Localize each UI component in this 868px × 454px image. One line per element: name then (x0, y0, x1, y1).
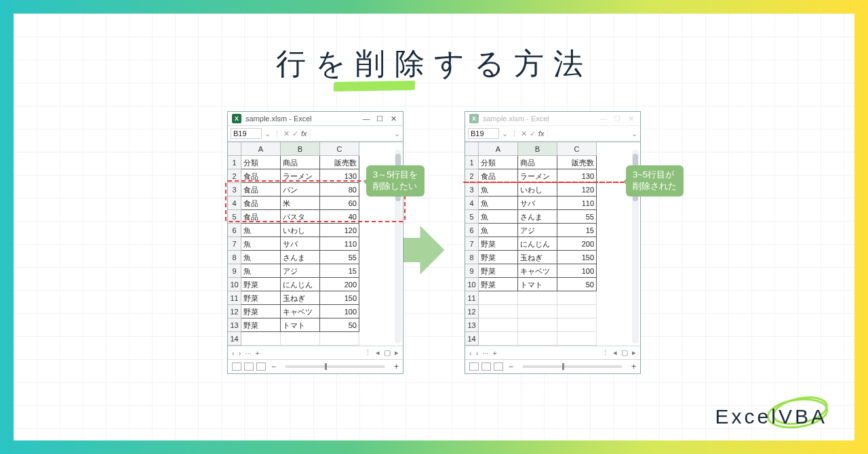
dropdown-icon[interactable]: ⌄ (264, 129, 271, 138)
name-box[interactable]: B19 (468, 128, 499, 139)
dropdown-icon[interactable]: ⌄ (502, 129, 508, 138)
cell[interactable]: 野菜 (479, 251, 518, 264)
cell[interactable]: 商品 (518, 156, 557, 169)
cell[interactable]: 玉ねぎ (518, 251, 557, 264)
cell[interactable]: アジ (281, 264, 320, 278)
cell[interactable]: 魚 (241, 264, 281, 278)
row-header[interactable]: 7 (228, 237, 241, 251)
cell[interactable]: 分類 (241, 156, 281, 169)
cell[interactable]: 55 (557, 210, 597, 224)
cell[interactable]: にんじん (281, 278, 320, 291)
cell[interactable]: 食品 (241, 210, 281, 224)
cell[interactable]: 魚 (479, 224, 518, 237)
maximize-icon[interactable]: ☐ (612, 115, 623, 123)
column-header[interactable]: C (557, 142, 597, 156)
cell[interactable]: いわし (518, 183, 557, 197)
cell[interactable] (479, 291, 518, 305)
row-header[interactable]: 11 (465, 291, 479, 305)
column-header[interactable] (228, 142, 241, 156)
cell[interactable]: 魚 (241, 224, 281, 237)
cell[interactable]: 野菜 (479, 264, 518, 278)
cell[interactable]: 130 (320, 169, 359, 183)
row-header[interactable]: 6 (465, 224, 479, 237)
row-header[interactable]: 13 (465, 318, 479, 332)
cell[interactable]: 100 (320, 305, 359, 318)
cell[interactable]: ラーメン (518, 169, 557, 183)
zoom-slider[interactable] (285, 365, 384, 368)
cell[interactable]: 魚 (479, 183, 518, 197)
row-header[interactable]: 13 (228, 318, 241, 332)
cell[interactable]: 150 (557, 251, 597, 264)
cell[interactable]: 200 (557, 237, 597, 251)
column-header[interactable]: A (479, 142, 518, 156)
cell[interactable]: 100 (557, 264, 597, 278)
cell[interactable]: キャベツ (281, 305, 320, 318)
row-header[interactable]: 8 (465, 251, 479, 264)
cell[interactable]: ラーメン (281, 169, 320, 183)
row-header[interactable]: 1 (465, 156, 479, 169)
cell[interactable] (518, 332, 557, 346)
row-header[interactable]: 1 (228, 156, 241, 169)
cell[interactable]: トマト (281, 318, 320, 332)
cell[interactable] (320, 332, 359, 346)
row-header[interactable]: 3 (465, 183, 479, 197)
row-header[interactable]: 9 (228, 264, 241, 278)
maximize-icon[interactable]: ☐ (374, 115, 385, 123)
column-header[interactable] (465, 142, 479, 156)
cell[interactable] (281, 332, 320, 346)
cell[interactable]: 魚 (241, 237, 281, 251)
cell[interactable] (557, 291, 597, 305)
cell[interactable]: 販売数 (557, 156, 597, 169)
cell[interactable]: 野菜 (479, 278, 518, 291)
cell[interactable]: 130 (557, 169, 597, 183)
cell[interactable]: 55 (320, 251, 359, 264)
row-header[interactable]: 10 (228, 278, 241, 291)
cell[interactable] (518, 305, 557, 318)
cell[interactable]: 分類 (479, 156, 518, 169)
row-header[interactable]: 14 (465, 332, 479, 346)
cell[interactable]: 120 (320, 224, 359, 237)
row-header[interactable]: 4 (228, 197, 241, 210)
zoom-slider[interactable] (523, 365, 622, 368)
cell[interactable]: 110 (557, 197, 597, 210)
formula-input[interactable] (547, 129, 629, 138)
cell[interactable] (557, 332, 597, 346)
cell[interactable]: 食品 (241, 197, 281, 210)
cell[interactable]: 15 (320, 264, 359, 278)
cell[interactable]: 60 (320, 197, 359, 210)
cell[interactable]: 50 (557, 278, 597, 291)
cell[interactable]: 玉ねぎ (281, 291, 320, 305)
cell[interactable]: トマト (518, 278, 557, 291)
worksheet-after[interactable]: ABC1分類商品販売数2食品ラーメン1303魚いわし1204魚サバ1105魚さん… (465, 142, 640, 346)
cell[interactable]: 野菜 (241, 291, 281, 305)
cell[interactable]: 50 (320, 318, 359, 332)
cell[interactable]: サバ (518, 197, 557, 210)
cell[interactable]: 110 (320, 237, 359, 251)
row-header[interactable]: 2 (228, 169, 241, 183)
column-header[interactable]: A (241, 142, 281, 156)
close-icon[interactable]: ✕ (388, 115, 399, 123)
cell[interactable] (479, 305, 518, 318)
cell[interactable]: 150 (320, 291, 359, 305)
row-header[interactable]: 4 (465, 197, 479, 210)
row-header[interactable]: 14 (228, 332, 241, 346)
close-icon[interactable]: ✕ (625, 115, 636, 123)
cell[interactable] (479, 318, 518, 332)
cell[interactable]: 野菜 (241, 318, 281, 332)
cell[interactable]: 魚 (479, 210, 518, 224)
cell[interactable] (557, 318, 597, 332)
formula-input[interactable] (310, 129, 391, 138)
row-header[interactable]: 8 (228, 251, 241, 264)
cell[interactable]: 野菜 (479, 237, 518, 251)
row-header[interactable]: 2 (465, 169, 479, 183)
row-header[interactable]: 11 (228, 291, 241, 305)
column-header[interactable]: C (320, 142, 359, 156)
name-box[interactable]: B19 (231, 128, 262, 139)
row-header[interactable]: 6 (228, 224, 241, 237)
cell[interactable]: さんま (518, 210, 557, 224)
cell[interactable]: 80 (320, 183, 359, 197)
cell[interactable]: 野菜 (241, 305, 281, 318)
cell[interactable]: 魚 (241, 251, 281, 264)
sheet-tabs[interactable]: ‹ › ··· + ⋮ ◂ ▢ ▸ (228, 346, 403, 359)
row-header[interactable]: 12 (228, 305, 241, 318)
